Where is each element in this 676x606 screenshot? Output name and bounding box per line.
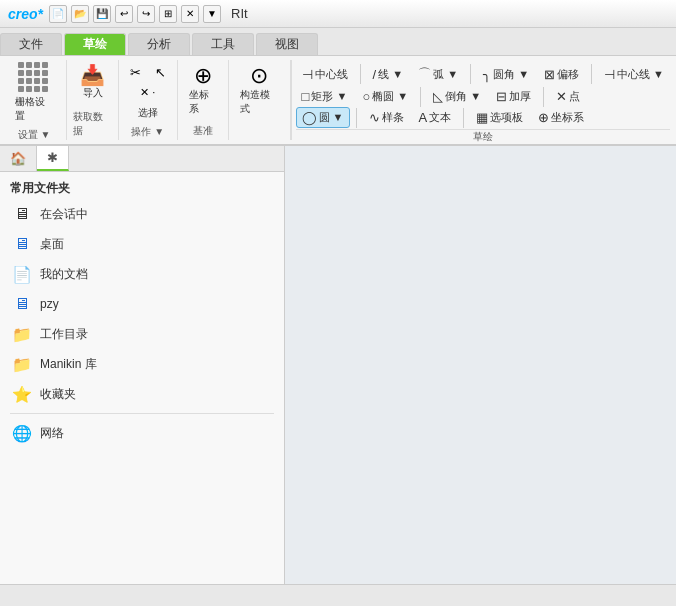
documents-icon: 📄 bbox=[12, 264, 32, 284]
offset-icon: ⊠ bbox=[544, 67, 555, 82]
sidebar-item-session[interactable]: 🖥 在会话中 bbox=[0, 199, 284, 229]
centerline-btn[interactable]: ⊣ 中心线 bbox=[296, 64, 354, 85]
tab-sketch[interactable]: 草绘 bbox=[64, 33, 126, 55]
workdir-label: 工作目录 bbox=[40, 326, 88, 343]
import-icon: 📥 bbox=[80, 65, 105, 85]
fillet-btn[interactable]: ╮ 圆角 ▼ bbox=[477, 64, 535, 85]
circle-btn[interactable]: ◯ 圆 ▼ bbox=[296, 107, 350, 128]
scissors-btn[interactable]: ✂ bbox=[125, 62, 146, 83]
new-file-icon[interactable]: 📄 bbox=[49, 5, 67, 23]
divider1 bbox=[360, 64, 361, 84]
favorites-label: 收藏夹 bbox=[40, 386, 76, 403]
sidebar-item-desktop[interactable]: 🖥 桌面 bbox=[0, 229, 284, 259]
sidebar-tab-home[interactable]: 🏠 bbox=[0, 146, 37, 171]
operate-sublabel: 操作 ▼ bbox=[131, 125, 164, 139]
sidebar-tab-star[interactable]: ✱ bbox=[37, 146, 69, 171]
sidebar-item-pzy[interactable]: 🖥 pzy bbox=[0, 289, 284, 319]
sidebar-item-manikin[interactable]: 📁 Manikin 库 bbox=[0, 349, 284, 379]
offset-label: 偏移 bbox=[557, 67, 579, 82]
rect-icon: □ bbox=[302, 89, 310, 104]
point-btn[interactable]: ✕ · bbox=[135, 83, 160, 102]
title-bar-icons: 📄 📂 💾 ↩ ↪ ⊞ ✕ ▼ bbox=[49, 5, 221, 23]
close-icon[interactable]: ✕ bbox=[181, 5, 199, 23]
centerline2-btn[interactable]: ⊣ 中心线 ▼ bbox=[598, 64, 670, 85]
offset-btn[interactable]: ⊠ 偏移 bbox=[538, 64, 585, 85]
sketch-section-label: 草绘 bbox=[296, 129, 670, 144]
manikin-icon: 📁 bbox=[12, 354, 32, 374]
line-btn[interactable]: / 线 ▼ bbox=[367, 64, 410, 85]
line-label: 线 ▼ bbox=[378, 67, 403, 82]
tab-tools[interactable]: 工具 bbox=[192, 33, 254, 55]
ellipse-btn[interactable]: ○ 椭圆 ▼ bbox=[356, 86, 414, 107]
spline-btn[interactable]: ∿ 样条 bbox=[363, 107, 410, 128]
rect-btn[interactable]: □ 矩形 ▼ bbox=[296, 86, 354, 107]
base-group: ⊕ 坐标系 基准 bbox=[178, 60, 230, 140]
undo-icon[interactable]: ↩ bbox=[115, 5, 133, 23]
arc-btn[interactable]: ⌒ 弧 ▼ bbox=[412, 62, 464, 86]
coord-btn[interactable]: ⊕ 坐标系 bbox=[184, 62, 223, 119]
select-label: 选择 bbox=[138, 106, 158, 120]
centerline-icon: ⊣ bbox=[302, 67, 313, 82]
sidebar-item-network[interactable]: 🌐 网络 bbox=[0, 418, 284, 448]
cursor-btn[interactable]: ↖ bbox=[150, 62, 171, 83]
thicken-btn[interactable]: ⊟ 加厚 bbox=[490, 86, 537, 107]
sketch-row1: ⊣ 中心线 / 线 ▼ ⌒ 弧 ▼ ╮ 圆角 ▼ ⊠ 偏移 bbox=[296, 62, 670, 86]
tab-analysis[interactable]: 分析 bbox=[128, 33, 190, 55]
desktop-label: 桌面 bbox=[40, 236, 64, 253]
divider7 bbox=[463, 108, 464, 128]
text-btn[interactable]: A 文本 bbox=[413, 107, 458, 128]
redo-icon[interactable]: ↪ bbox=[137, 5, 155, 23]
layout-icon[interactable]: ⊞ bbox=[159, 5, 177, 23]
construct-label: 构造模式 bbox=[240, 88, 278, 116]
chamfer-label: 倒角 ▼ bbox=[445, 89, 481, 104]
cursor-icon: ↖ bbox=[155, 65, 166, 80]
ellipse-icon: ○ bbox=[362, 89, 370, 104]
open-icon[interactable]: 📂 bbox=[71, 5, 89, 23]
centerline2-label: 中心线 ▼ bbox=[617, 67, 664, 82]
select-btn[interactable]: 选择 bbox=[133, 102, 163, 123]
grid-icon bbox=[18, 62, 50, 94]
canvas-area[interactable] bbox=[285, 146, 676, 584]
palette-label: 选项板 bbox=[490, 110, 523, 125]
network-label: 网络 bbox=[40, 425, 64, 442]
operate-group: ✂ ↖ ✕ · 选择 操作 ▼ bbox=[119, 60, 178, 140]
tab-view[interactable]: 视图 bbox=[256, 33, 318, 55]
workdir-icon: 📁 bbox=[12, 324, 32, 344]
sidebar-section-common: 常用文件夹 bbox=[0, 176, 284, 199]
home-icon: 🏠 bbox=[10, 151, 26, 166]
operate-row1: ✂ ↖ bbox=[125, 62, 171, 83]
point2-btn[interactable]: ✕ 点 bbox=[550, 86, 586, 107]
grid-label: 栅格设置 bbox=[15, 95, 53, 123]
sidebar-item-documents[interactable]: 📄 我的文档 bbox=[0, 259, 284, 289]
divider3 bbox=[591, 64, 592, 84]
title-bar: creo* 📄 📂 💾 ↩ ↪ ⊞ ✕ ▼ RIt bbox=[0, 0, 676, 28]
sidebar-item-favorites[interactable]: ⭐ 收藏夹 bbox=[0, 379, 284, 409]
chamfer-btn[interactable]: ◺ 倒角 ▼ bbox=[427, 86, 487, 107]
import-label: 导入 bbox=[83, 86, 103, 100]
import-btn[interactable]: 📥 导入 bbox=[75, 62, 110, 103]
sidebar-item-workdir[interactable]: 📁 工作目录 bbox=[0, 319, 284, 349]
line-icon: / bbox=[373, 67, 377, 82]
menu-arrow-icon[interactable]: ▼ bbox=[203, 5, 221, 23]
divider4 bbox=[420, 87, 421, 107]
save-icon[interactable]: 💾 bbox=[93, 5, 111, 23]
main-toolbar: 栅格设置 设置 ▼ 📥 导入 获取数据 ✂ ↖ ✕ · 选择 操作 ▼ bbox=[0, 56, 676, 146]
palette-icon: ▦ bbox=[476, 110, 488, 125]
centerline2-icon: ⊣ bbox=[604, 67, 615, 82]
arc-label: 弧 ▼ bbox=[433, 67, 458, 82]
fillet-label: 圆角 ▼ bbox=[493, 67, 529, 82]
scissors-icon: ✂ bbox=[130, 65, 141, 80]
tab-file[interactable]: 文件 bbox=[0, 33, 62, 55]
pzy-label: pzy bbox=[40, 297, 59, 311]
sidebar-content: 常用文件夹 🖥 在会话中 🖥 桌面 📄 我的文档 🖥 pzy 📁 工作目录 bbox=[0, 172, 284, 584]
cross-icon: ✕ · bbox=[140, 86, 155, 99]
palette-btn[interactable]: ▦ 选项板 bbox=[470, 107, 529, 128]
construct-btn[interactable]: ⊙ 构造模式 bbox=[235, 62, 283, 119]
grid-settings-btn[interactable]: 栅格设置 bbox=[10, 59, 58, 126]
circle-icon: ◯ bbox=[302, 110, 317, 125]
pzy-icon: 🖥 bbox=[12, 294, 32, 314]
coord2-btn[interactable]: ⊕ 坐标系 bbox=[532, 107, 590, 128]
text-icon: A bbox=[419, 110, 428, 125]
coord-label: 坐标系 bbox=[189, 88, 218, 116]
thicken-icon: ⊟ bbox=[496, 89, 507, 104]
